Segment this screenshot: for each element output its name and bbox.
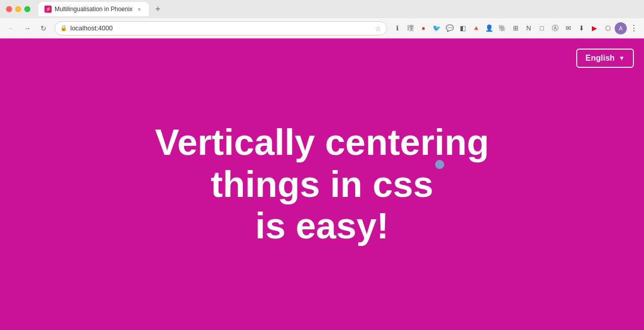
mail-extension-icon[interactable]: ✉ xyxy=(562,22,574,34)
maximize-window-button[interactable] xyxy=(24,6,30,12)
chat-extension-icon[interactable]: 💬 xyxy=(444,22,456,34)
hero-text: Vertically centering things in css is ea… xyxy=(95,121,550,247)
tab-close-button[interactable]: × xyxy=(136,6,143,13)
new-tab-button[interactable]: + xyxy=(151,2,165,16)
language-label: English xyxy=(585,54,615,63)
decorative-dot xyxy=(435,160,444,169)
dropdown-arrow-icon: ▼ xyxy=(619,55,625,62)
translate-extension-icon[interactable]: 理 xyxy=(404,22,416,34)
address-bar-container[interactable]: 🔒 ☆ xyxy=(55,21,387,35)
security-lock-icon: 🔒 xyxy=(60,25,67,31)
minimize-window-button[interactable] xyxy=(15,6,21,12)
download-extension-icon[interactable]: ⬇ xyxy=(575,22,587,34)
forward-button[interactable]: → xyxy=(20,21,34,35)
trello-extension-icon[interactable]: 🔺 xyxy=(470,22,482,34)
page-content: English ▼ Vertically centering things in… xyxy=(0,38,644,330)
elephant-extension-icon[interactable]: 🐘 xyxy=(496,22,508,34)
tab-favicon-icon xyxy=(45,6,52,13)
browser-frame: Multilingualisation in Phoenix × + ← → ↻… xyxy=(0,0,644,330)
opera-extension-icon[interactable]: ● xyxy=(417,22,430,34)
tab-title: Multilingualisation in Phoenix xyxy=(55,6,133,13)
extension-toolbar: ℹ 理 ● 🐦 💬 ◧ 🔺 👤 🐘 ⊞ N □ Ⓐ ✉ ⬇ ▶ ⬡ A ⋮ xyxy=(391,22,640,34)
video-extension-icon[interactable]: ▶ xyxy=(588,22,600,34)
browser-tab[interactable]: Multilingualisation in Phoenix × xyxy=(38,2,149,16)
back-button[interactable]: ← xyxy=(4,21,18,35)
refresh-button[interactable]: ↻ xyxy=(36,21,51,35)
profile-avatar[interactable]: A xyxy=(615,22,627,34)
toolbar: ← → ↻ 🔒 ☆ ℹ 理 ● 🐦 💬 ◧ 🔺 👤 🐘 ⊞ N □ Ⓐ ✉ ⬇ … xyxy=(0,18,644,38)
box-extension-icon[interactable]: □ xyxy=(536,22,548,34)
grid-extension-icon[interactable]: ⊞ xyxy=(509,22,522,34)
tab-bar: Multilingualisation in Phoenix × + xyxy=(38,2,638,16)
user-extension-icon[interactable]: 👤 xyxy=(483,22,495,34)
sidebar-extension-icon[interactable]: ◧ xyxy=(457,22,469,34)
lastpass-extension-icon[interactable]: Ⓐ xyxy=(549,22,561,34)
info-extension-icon[interactable]: ℹ xyxy=(391,22,403,34)
notion-extension-icon[interactable]: N xyxy=(523,22,535,34)
title-bar: Multilingualisation in Phoenix × + xyxy=(0,0,644,18)
hero-line2: is easy! xyxy=(255,205,389,246)
browser-menu-button[interactable]: ⋮ xyxy=(628,22,640,34)
close-window-button[interactable] xyxy=(6,6,12,12)
bookmark-star-icon[interactable]: ☆ xyxy=(375,24,381,32)
language-dropdown[interactable]: English ▼ xyxy=(576,49,634,68)
misc-extension-icon[interactable]: ⬡ xyxy=(602,22,614,34)
traffic-lights xyxy=(6,6,30,12)
address-input[interactable] xyxy=(70,24,372,32)
twitter-extension-icon[interactable]: 🐦 xyxy=(431,22,443,34)
